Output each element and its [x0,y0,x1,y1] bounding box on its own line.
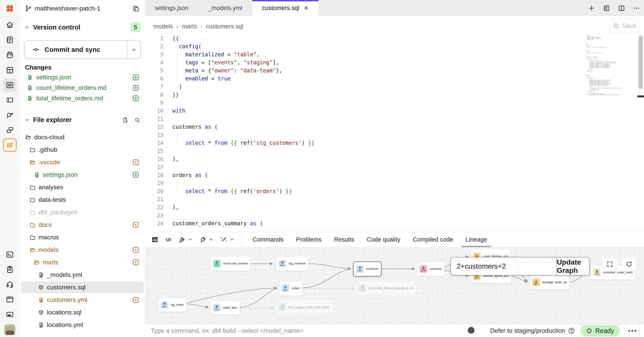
breadcrumb-item[interactable]: customers.sql [206,23,243,30]
lineage-node-order-items[interactable]: MDLorder_items [210,301,240,315]
tree-item-data-tests[interactable]: data-tests [20,194,145,206]
lineage-node-orders[interactable]: MDLorders [279,281,302,296]
lineage-canvas[interactable]: SRCecom.raw_customersMDLstg_customersMDL… [145,247,644,324]
tree-item-marts[interactable]: marts [20,256,145,269]
tree-item-models[interactable]: models [20,244,145,256]
rail-item-archive[interactable] [0,47,20,62]
tree-item--models-yml[interactable]: _models.yml [20,269,145,281]
new-file-icon[interactable] [122,117,128,123]
rail-item-clipboard[interactable] [0,262,20,277]
code-icon [165,236,172,243]
rail-item-headset[interactable] [0,277,20,292]
help-icon[interactable] [568,327,575,334]
panel-tab-commands[interactable]: Commands [246,232,290,247]
lineage-node-stg-customers[interactable]: MDLstg_customers [276,256,308,271]
more-tabs-icon[interactable] [633,5,640,12]
lineage-node-stg-orders[interactable]: MDLstg_orders [158,298,187,312]
lineage-selector-input[interactable] [451,258,556,275]
open-files-list-icon[interactable] [603,5,610,12]
lineage-node-customers[interactable]: SEMcustomers [417,262,444,276]
tree-item-macros[interactable]: macros [20,231,145,244]
status-badge[interactable]: Ready [580,325,620,336]
rail-item-grid[interactable] [0,62,20,77]
panel-tab-problems[interactable]: Problems [290,232,328,247]
rail-item-avatar[interactable] [0,322,20,337]
tree-item-dbt-packages[interactable]: dbt_packages [20,206,145,219]
minimap[interactable]: {{ config( materialized = "table", tags … [586,34,638,98]
rail-item-atom[interactable] [0,137,20,152]
rail-item-code-editor[interactable] [0,77,20,92]
update-graph-button[interactable]: Update Graph [556,258,590,275]
search-icon[interactable] [134,117,140,123]
code-line: 16), [145,155,644,163]
changed-file-row[interactable]: count_lifetime_orders.md [20,82,145,93]
tree-item-settings-json[interactable]: settings.json [20,168,145,181]
tree-item-docs-cloud[interactable]: docs-cloud [20,131,145,143]
chevron-down-icon [229,237,234,242]
lineage-selector-overlay: Update Graph [450,257,590,276]
defer-toggle[interactable] [467,326,484,335]
new-tab-icon[interactable] [588,5,595,12]
commit-and-sync-button[interactable]: Commit and sync [24,40,141,59]
copy-branch-icon[interactable] [132,5,140,12]
rail-item-storage[interactable] [0,307,20,322]
lineage-node-test-supply-costs-sum-correctly[interactable]: TSTtest_supply_costs_sum_correctly [276,300,333,315]
rail-item-browser[interactable] [0,292,20,307]
tree-item-customers-yml[interactable]: customers.yml [20,294,145,306]
build-button[interactable] [178,236,193,243]
tree-item--github[interactable]: .github [20,143,145,156]
breadcrumb-item[interactable]: marts [182,23,197,30]
tree-item-docs[interactable]: docs [20,219,145,231]
version-control-header[interactable]: Version control 5 [20,21,145,33]
lineage-node-ecom-raw-customers[interactable]: SRCecom.raw_customers [210,256,251,271]
rail-item-terminal[interactable] [0,247,20,262]
tab-settings-json[interactable]: settings.json [145,0,198,16]
rail-item-home[interactable] [0,17,20,32]
tab-customers-sql[interactable]: customers.sql✕ [252,0,319,16]
refresh-graph-button[interactable] [622,257,636,271]
compile-code-button[interactable] [165,236,172,243]
changed-file-row[interactable]: total_lifetime_orders.md [20,93,145,103]
rail-item-windows[interactable] [0,122,20,137]
lineage-node-customers[interactable]: MDLcustomers [353,262,382,277]
panel-tab-results[interactable]: Results [328,232,360,247]
tree-item-analyses[interactable]: analyses [20,181,145,194]
panel-tab-compiled-code[interactable]: Compiled code [406,232,459,247]
lineage-node-average-order-value[interactable]: METaverage_order_value [530,275,570,289]
modified-badge [132,159,139,166]
panel-tab-code-quality[interactable]: Code quality [360,232,406,247]
split-editor-icon[interactable] [618,5,625,12]
rail-item-notebook[interactable] [0,32,20,47]
tree-item-locations-sql[interactable]: locations.sql [20,306,145,319]
file-explorer-header[interactable]: File explorer [20,113,145,126]
cube-icon [284,286,287,289]
editor-scrollbar[interactable] [639,36,643,89]
format-button[interactable] [199,236,214,243]
rail-item-search-voice[interactable] [0,107,20,122]
rail-item-panel-dashed[interactable] [0,92,20,107]
breadcrumb: models › marts › customers.sql [154,16,243,37]
changed-file-row[interactable]: settings.json [20,72,145,82]
commit-button-label: Commit and sync [44,46,100,53]
rail-item-dbt-logo[interactable] [0,0,20,17]
tree-item-locations-yml[interactable]: locations.yml [20,319,145,331]
code-editor[interactable]: 1{{2 config(3 materialized = "table",4 t… [145,34,644,232]
tree-item-label: marts [43,259,132,266]
panel-tab-lineage[interactable]: Lineage [459,232,493,247]
tab--models-yml[interactable]: _models.yml [198,0,252,16]
save-button[interactable]: Save [610,18,640,33]
fullscreen-button[interactable] [602,257,618,271]
tree-item--vscode[interactable]: .vscode [20,156,145,168]
tree-item-customers-sql[interactable]: customers.sql [20,281,145,294]
lineage-node-test-order-items-compute-to-bools-correctly[interactable]: TSTtest_order_items_compute_to_bools_cor… [356,281,416,295]
branch-row[interactable]: matthewshaver-patch-1 [20,0,145,17]
copilot-fix-button[interactable] [220,236,234,243]
commit-options-dropdown[interactable] [127,40,141,59]
close-tab-icon[interactable]: ✕ [304,5,308,12]
avatar[interactable] [4,324,15,335]
more-options-button[interactable] [625,324,640,337]
command-input[interactable] [150,327,467,335]
breadcrumb-item[interactable]: models [154,23,173,30]
node-label: average_order_value [542,281,567,284]
preview-results-button[interactable] [151,236,158,243]
